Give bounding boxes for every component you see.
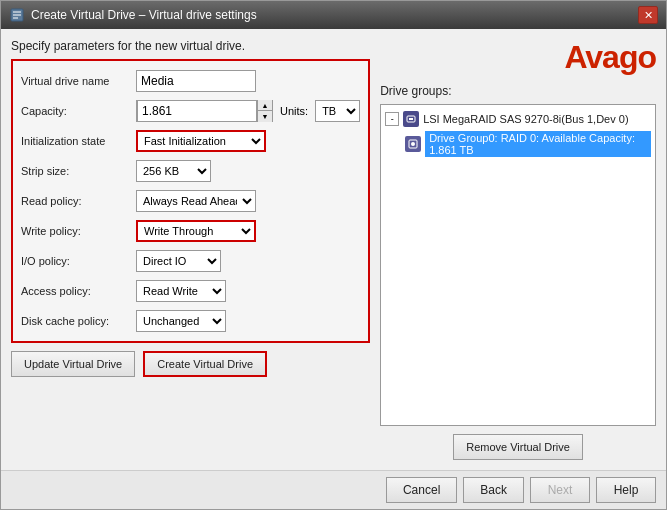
avago-brand-text: Avago [564, 39, 656, 75]
io-policy-control: Direct IO Cached IO [136, 250, 360, 272]
strip-size-select[interactable]: 256 KB 128 KB 64 KB 32 KB 16 KB 8 KB [136, 160, 211, 182]
capacity-spinner: ▲ ▼ [136, 100, 273, 122]
units-label: Units: [280, 105, 308, 117]
init-state-control: Fast Initialization Full Initialization … [136, 130, 360, 152]
main-window: Create Virtual Drive – Virtual drive set… [0, 0, 667, 510]
write-policy-select[interactable]: Write Through Write Back Always Write Ba… [136, 220, 256, 242]
read-policy-row: Read policy: Always Read Ahead Read Ahea… [21, 189, 360, 213]
disk-cache-label: Disk cache policy: [21, 315, 136, 327]
read-policy-select[interactable]: Always Read Ahead Read Ahead No Read Ahe… [136, 190, 256, 212]
content-area: Specify parameters for the new virtual d… [1, 29, 666, 470]
drive-group-label: Drive Group0: RAID 0: Available Capacity… [425, 131, 651, 157]
form-container: Virtual drive name Capacity: ▲ [11, 59, 370, 343]
read-policy-control: Always Read Ahead Read Ahead No Read Ahe… [136, 190, 360, 212]
next-button[interactable]: Next [530, 477, 590, 503]
capacity-input[interactable] [137, 100, 257, 122]
title-bar: Create Virtual Drive – Virtual drive set… [1, 1, 666, 29]
window-title: Create Virtual Drive – Virtual drive set… [31, 8, 257, 22]
window-icon [9, 7, 25, 23]
bottom-buttons: Update Virtual Drive Create Virtual Driv… [11, 351, 370, 377]
remove-virtual-drive-button[interactable]: Remove Virtual Drive [453, 434, 583, 460]
svg-point-7 [411, 142, 415, 146]
help-button[interactable]: Help [596, 477, 656, 503]
access-policy-select[interactable]: Read Write Read Only Blocked [136, 280, 226, 302]
virtual-drive-name-input[interactable] [136, 70, 256, 92]
disk-cache-row: Disk cache policy: Unchanged Enable Disa… [21, 309, 360, 333]
access-policy-row: Access policy: Read Write Read Only Bloc… [21, 279, 360, 303]
io-policy-select[interactable]: Direct IO Cached IO [136, 250, 221, 272]
read-policy-label: Read policy: [21, 195, 136, 207]
access-policy-control: Read Write Read Only Blocked [136, 280, 360, 302]
footer-bar: Cancel Back Next Help [1, 470, 666, 509]
close-button[interactable]: ✕ [638, 6, 658, 24]
left-panel: Specify parameters for the new virtual d… [11, 39, 370, 460]
capacity-label: Capacity: [21, 105, 136, 117]
init-state-row: Initialization state Fast Initialization… [21, 129, 360, 153]
strip-size-label: Strip size: [21, 165, 136, 177]
tree-expander[interactable]: - [385, 112, 399, 126]
write-policy-row: Write policy: Write Through Write Back A… [21, 219, 360, 243]
disk-cache-select[interactable]: Unchanged Enable Disable [136, 310, 226, 332]
strip-size-control: 256 KB 128 KB 64 KB 32 KB 16 KB 8 KB [136, 160, 360, 182]
drive-group-tree-item[interactable]: Drive Group0: RAID 0: Available Capacity… [405, 129, 651, 159]
remove-btn-area: Remove Virtual Drive [380, 434, 656, 460]
cancel-button[interactable]: Cancel [386, 477, 457, 503]
virtual-drive-name-row: Virtual drive name [21, 69, 360, 93]
io-policy-row: I/O policy: Direct IO Cached IO [21, 249, 360, 273]
strip-size-row: Strip size: 256 KB 128 KB 64 KB 32 KB 16… [21, 159, 360, 183]
write-policy-label: Write policy: [21, 225, 136, 237]
right-panel: Avago Drive groups: - LSI MegaRAID SAS 9… [380, 39, 656, 460]
write-policy-control: Write Through Write Back Always Write Ba… [136, 220, 360, 242]
capacity-row: Capacity: ▲ ▼ Units: [21, 99, 360, 123]
create-virtual-drive-button[interactable]: Create Virtual Drive [143, 351, 267, 377]
controller-label: LSI MegaRAID SAS 9270-8i(Bus 1,Dev 0) [423, 113, 628, 125]
io-policy-label: I/O policy: [21, 255, 136, 267]
back-button[interactable]: Back [463, 477, 524, 503]
virtual-drive-name-label: Virtual drive name [21, 75, 136, 87]
init-state-label: Initialization state [21, 135, 136, 147]
capacity-control: ▲ ▼ Units: TB GB MB [136, 100, 360, 122]
controller-tree-item: - LSI MegaRAID SAS 9270-8i(Bus 1,Dev 0) [385, 109, 651, 129]
units-select[interactable]: TB GB MB [315, 100, 360, 122]
virtual-drive-name-control [136, 70, 360, 92]
drive-groups-label: Drive groups: [380, 84, 656, 98]
capacity-up-button[interactable]: ▲ [258, 100, 272, 111]
avago-logo: Avago [380, 39, 656, 76]
access-policy-label: Access policy: [21, 285, 136, 297]
svg-rect-5 [409, 118, 413, 120]
controller-icon [403, 111, 419, 127]
init-state-select[interactable]: Fast Initialization Full Initialization … [136, 130, 266, 152]
drive-group-icon [405, 136, 421, 152]
drive-groups-tree: - LSI MegaRAID SAS 9270-8i(Bus 1,Dev 0) [380, 104, 656, 426]
update-virtual-drive-button[interactable]: Update Virtual Drive [11, 351, 135, 377]
capacity-down-button[interactable]: ▼ [258, 111, 272, 122]
disk-cache-control: Unchanged Enable Disable [136, 310, 360, 332]
spec-description: Specify parameters for the new virtual d… [11, 39, 370, 53]
